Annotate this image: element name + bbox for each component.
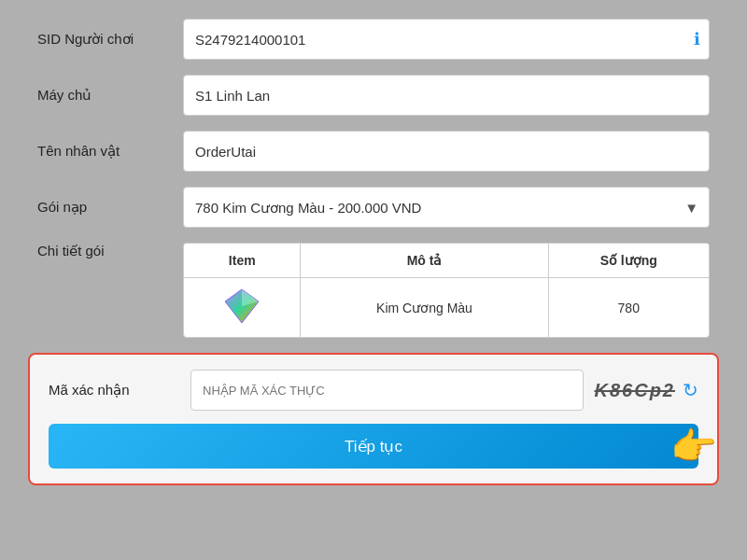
server-input[interactable] [183, 75, 710, 116]
character-label: Tên nhân vật [37, 143, 168, 160]
package-select-wrapper: 780 Kim Cương Màu - 200.000 VND ▼ [183, 187, 710, 228]
verify-section: Mã xác nhận K86Cp2 ↻ Tiếp tục 👉 [28, 353, 719, 485]
continue-button[interactable]: Tiếp tục 👉 [49, 424, 698, 469]
captcha-text: K86Cp2 [595, 380, 675, 401]
col-header-desc: Mô tả [301, 244, 548, 278]
server-label: Máy chủ [37, 87, 168, 104]
package-row: Gói nạp 780 Kim Cương Màu - 200.000 VND … [37, 187, 710, 228]
sid-label: SID Người chơi [37, 31, 168, 48]
detail-label: Chi tiết gói [37, 243, 168, 259]
continue-wrapper: Tiếp tục 👉 [49, 424, 698, 469]
info-icon: ℹ [694, 29, 700, 49]
item-icon-cell [184, 278, 301, 338]
character-row: Tên nhân vật [37, 131, 710, 172]
verify-label: Mã xác nhận [49, 382, 179, 399]
table-row: Kim Cương Màu 780 [184, 278, 709, 338]
detail-table: Item Mô tả Số lượng [183, 243, 710, 338]
verify-input[interactable] [190, 370, 584, 411]
verify-row: Mã xác nhận K86Cp2 ↻ [49, 370, 698, 411]
item-description: Kim Cương Màu [301, 278, 548, 338]
detail-row: Chi tiết gói Item Mô tả Số lượng [37, 243, 710, 338]
package-label: Gói nạp [37, 199, 168, 216]
hand-pointer-icon: 👉 [670, 425, 717, 469]
character-input[interactable] [183, 131, 710, 172]
sid-row: SID Người chơi ℹ [37, 19, 710, 60]
package-select[interactable]: 780 Kim Cương Màu - 200.000 VND [183, 187, 710, 228]
col-header-item: Item [184, 244, 301, 278]
continue-label: Tiếp tục [345, 438, 402, 455]
col-header-qty: Số lượng [548, 244, 709, 278]
server-row: Máy chủ [37, 75, 710, 116]
sid-input[interactable] [183, 19, 710, 60]
table-header-row: Item Mô tả Số lượng [184, 244, 709, 278]
captcha-box: K86Cp2 ↻ [595, 379, 698, 401]
sid-input-wrapper: ℹ [183, 19, 710, 60]
diamond-icon [223, 287, 261, 325]
refresh-captcha-button[interactable]: ↻ [683, 379, 698, 401]
item-quantity: 780 [548, 278, 709, 338]
